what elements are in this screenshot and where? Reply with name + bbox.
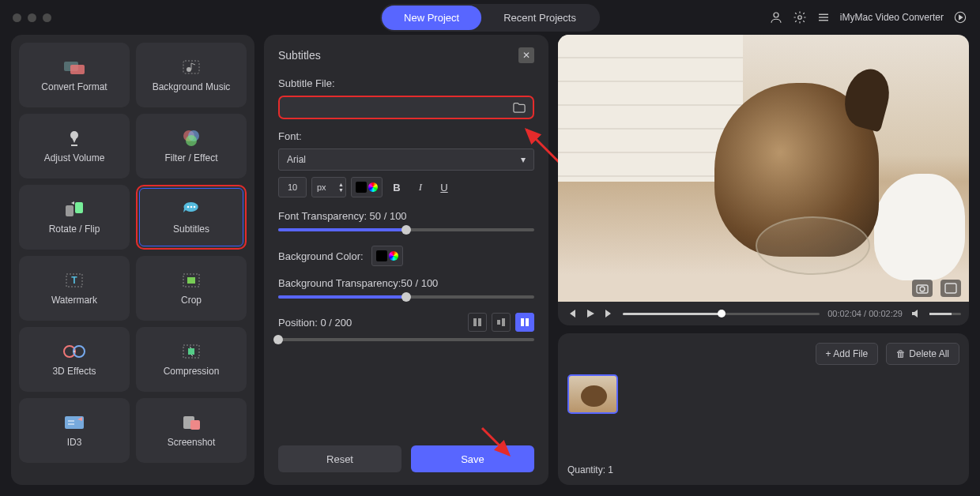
sidebar-item-label: Screenshot: [168, 437, 216, 448]
sidebar-item-label: 3D Effects: [52, 366, 96, 377]
svg-point-13: [186, 135, 197, 146]
play-icon[interactable]: [585, 308, 596, 319]
align-bottom-button[interactable]: [515, 313, 534, 332]
volume-slider[interactable]: [929, 313, 961, 315]
svg-rect-43: [945, 284, 956, 293]
panel-title: Subtitles: [278, 49, 321, 62]
window-controls: [13, 13, 51, 22]
font-unit-stepper[interactable]: px▲▼: [311, 177, 346, 197]
bg-transparency-slider[interactable]: [278, 295, 534, 299]
svg-rect-7: [70, 65, 85, 74]
close-icon[interactable]: ✕: [518, 47, 534, 63]
bg-transparency-label: Background Transparency:50 / 100: [278, 277, 534, 289]
id3-icon: [62, 413, 86, 432]
align-middle-button[interactable]: [492, 313, 511, 332]
font-color-picker[interactable]: [351, 177, 383, 197]
sidebar-item-label: Background Music: [153, 81, 231, 92]
play-circle-icon[interactable]: [953, 10, 967, 24]
font-label: Font:: [278, 130, 534, 142]
font-family-select[interactable]: Arial ▾: [278, 148, 534, 171]
sidebar-item-label: Convert Format: [41, 81, 107, 92]
crop-icon: [179, 271, 203, 290]
sidebar-item-adjust-volume[interactable]: Adjust Volume: [19, 114, 130, 178]
svg-rect-15: [75, 202, 83, 213]
svg-rect-27: [188, 348, 194, 355]
stepper-icon[interactable]: ▲▼: [338, 182, 344, 193]
sidebar-item-id3[interactable]: ID3: [19, 398, 130, 463]
position-slider[interactable]: [278, 338, 534, 341]
sidebar-item-background-music[interactable]: Background Music: [136, 43, 247, 107]
svg-point-9: [187, 67, 191, 72]
chevron-down-icon: ▾: [521, 154, 526, 165]
sidebar-item-compression[interactable]: Compression: [136, 327, 247, 392]
svg-point-18: [194, 206, 196, 209]
user-icon[interactable]: [769, 10, 783, 24]
next-icon[interactable]: [604, 308, 615, 319]
bg-color-picker[interactable]: [371, 246, 403, 266]
video-preview: 00:02:04 / 00:02:29: [558, 35, 969, 325]
sidebar-item-subtitles[interactable]: Subtitles: [136, 185, 247, 250]
sidebar-item-label: ID3: [67, 437, 82, 448]
font-transparency-slider[interactable]: [278, 228, 534, 231]
svg-text:T: T: [71, 275, 77, 286]
sidebar-item-label: Filter / Effect: [164, 152, 217, 163]
watermark-icon: T: [62, 271, 86, 290]
svg-rect-36: [502, 318, 505, 326]
svg-point-42: [920, 287, 925, 291]
bg-color-label: Background Color:: [278, 250, 364, 262]
font-transparency-label: Font Transparency: 50 / 100: [278, 210, 534, 222]
subtitle-file-input[interactable]: [278, 96, 534, 119]
project-tabs: New Project Recent Projects: [380, 4, 600, 32]
quantity-label: Quantity: 1: [567, 464, 959, 475]
sidebar-item-screenshot[interactable]: Screenshot: [136, 398, 247, 463]
compression-icon: [179, 342, 203, 361]
svg-point-16: [187, 206, 190, 209]
font-family-value: Arial: [287, 154, 306, 165]
gear-icon[interactable]: [793, 10, 807, 24]
sidebar-item-watermark[interactable]: T Watermark: [19, 256, 130, 321]
convert-format-icon: [62, 58, 86, 77]
tab-new-project[interactable]: New Project: [382, 6, 481, 30]
subtitles-icon: [179, 200, 203, 219]
app-name: iMyMac Video Converter: [840, 12, 944, 23]
maximize-window-icon[interactable]: [43, 13, 51, 22]
sidebar-item-convert-format[interactable]: Convert Format: [19, 43, 130, 107]
sidebar-item-rotate-flip[interactable]: Rotate / Flip: [19, 185, 130, 250]
menu-icon[interactable]: [816, 10, 831, 24]
tab-recent-projects[interactable]: Recent Projects: [481, 6, 598, 30]
svg-point-0: [774, 13, 778, 17]
svg-rect-33: [473, 318, 477, 326]
subtitle-file-label: Subtitle File:: [278, 77, 534, 89]
sidebar-item-crop[interactable]: Crop: [136, 256, 247, 321]
minimize-window-icon[interactable]: [28, 13, 36, 22]
svg-point-1: [798, 16, 802, 20]
svg-point-17: [190, 206, 193, 209]
font-size-input[interactable]: 10: [278, 177, 307, 197]
svg-rect-32: [190, 420, 200, 430]
background-music-icon: [179, 58, 203, 77]
svg-rect-35: [497, 320, 500, 325]
reset-button[interactable]: Reset: [278, 445, 401, 472]
player-controls: 00:02:04 / 00:02:29: [558, 302, 969, 325]
snapshot-icon[interactable]: [912, 280, 933, 297]
sidebar-item-filter-effect[interactable]: Filter / Effect: [136, 114, 247, 178]
bold-button[interactable]: B: [387, 177, 406, 197]
sidebar-item-3d-effects[interactable]: 3D Effects: [19, 327, 130, 392]
titlebar: New Project Recent Projects iMyMac Video…: [0, 0, 980, 35]
delete-all-button[interactable]: 🗑Delete All: [886, 343, 959, 365]
browse-file-icon[interactable]: [512, 100, 526, 115]
add-file-button[interactable]: + Add File: [816, 343, 879, 365]
timeline-slider[interactable]: [623, 313, 820, 315]
sidebar-item-label: Compression: [164, 366, 220, 377]
3d-effects-icon: [62, 342, 86, 361]
volume-icon[interactable]: [910, 308, 922, 319]
italic-button[interactable]: I: [411, 177, 430, 197]
fullscreen-icon[interactable]: [940, 280, 961, 297]
prev-icon[interactable]: [566, 308, 577, 319]
file-thumbnail[interactable]: [567, 374, 618, 414]
underline-button[interactable]: U: [435, 177, 454, 197]
save-button[interactable]: Save: [411, 445, 534, 472]
align-top-button[interactable]: [468, 313, 487, 332]
close-window-icon[interactable]: [13, 13, 21, 22]
svg-rect-34: [478, 318, 481, 326]
